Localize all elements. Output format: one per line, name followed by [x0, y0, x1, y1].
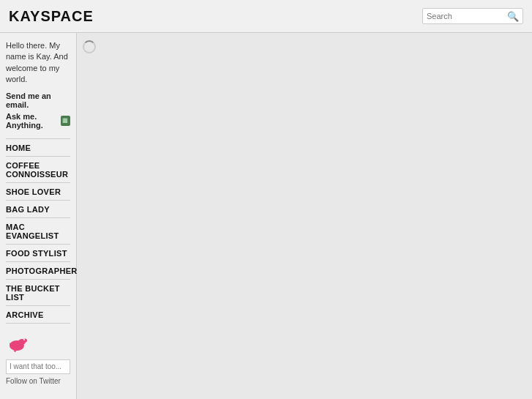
svg-point-6: [12, 342, 20, 349]
twitter-section: Follow on Twitter: [6, 335, 70, 385]
sidebar: Hello there. My name is Kay. And welcome…: [0, 33, 77, 399]
ask-icon: [61, 116, 70, 126]
nav-item-photographer[interactable]: PHOTOGRAPHER: [6, 262, 70, 280]
ask-me-label: Ask me. Anything.: [6, 112, 58, 130]
nav-item-bucket[interactable]: THE BUCKET LIST: [6, 280, 70, 306]
twitter-input[interactable]: [6, 359, 70, 374]
search-icon[interactable]: 🔍: [503, 10, 522, 23]
search-area: 🔍: [422, 8, 523, 24]
nav-item-archive[interactable]: ARCHIVE: [6, 306, 70, 324]
nav-item-home[interactable]: HOME: [6, 138, 70, 157]
nav-item-food[interactable]: FOOD STYLIST: [6, 245, 70, 262]
send-email-link[interactable]: Send me an email.: [6, 92, 70, 109]
nav-item-coffee[interactable]: COFFEE CONNOISSEUR: [6, 157, 70, 183]
twitter-bird: [6, 335, 70, 356]
svg-point-3: [23, 339, 25, 340]
nav-item-shoe[interactable]: SHOE LOVER: [6, 183, 70, 201]
search-input[interactable]: [423, 10, 503, 22]
main-content: [77, 33, 532, 399]
loading-spinner: [83, 40, 96, 53]
nav-menu: HOME COFFEE CONNOISSEUR SHOE LOVER BAG L…: [6, 138, 70, 324]
svg-point-2: [23, 338, 27, 342]
nav-item-bag[interactable]: BAG LADY: [6, 201, 70, 218]
site-title[interactable]: KAYSPACE: [9, 8, 94, 25]
main-layout: Hello there. My name is Kay. And welcome…: [0, 33, 532, 399]
twitter-bird-icon: [6, 335, 28, 354]
follow-on-twitter-link[interactable]: Follow on Twitter: [6, 377, 70, 385]
intro-text: Hello there. My name is Kay. And welcome…: [6, 40, 70, 86]
header: KAYSPACE 🔍: [0, 0, 532, 33]
nav-item-mac[interactable]: MAC EVANGELIST: [6, 218, 70, 245]
ask-me-link[interactable]: Ask me. Anything.: [6, 112, 70, 130]
